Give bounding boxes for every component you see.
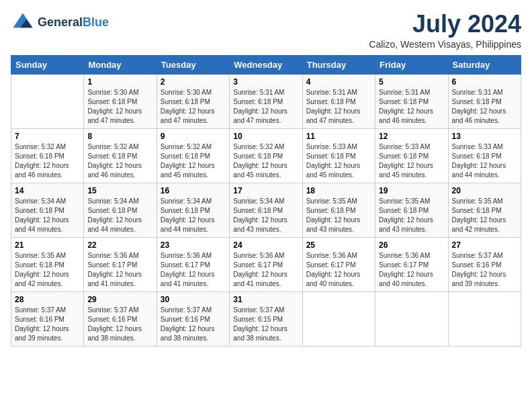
- day-number: 9: [161, 132, 226, 141]
- calendar-cell: 20Sunrise: 5:35 AM Sunset: 6:18 PM Dayli…: [448, 183, 521, 237]
- calendar-cell: 22Sunrise: 5:36 AM Sunset: 6:17 PM Dayli…: [84, 237, 157, 291]
- calendar-cell: 3Sunrise: 5:31 AM Sunset: 6:18 PM Daylig…: [230, 74, 302, 128]
- calendar-cell: 23Sunrise: 5:36 AM Sunset: 6:17 PM Dayli…: [157, 237, 229, 291]
- weekday-header-row: SundayMondayTuesdayWednesdayThursdayFrid…: [11, 55, 521, 74]
- week-row-2: 7Sunrise: 5:32 AM Sunset: 6:18 PM Daylig…: [11, 128, 521, 183]
- day-info: Sunrise: 5:36 AM Sunset: 6:17 PM Dayligh…: [306, 251, 371, 289]
- day-info: Sunrise: 5:31 AM Sunset: 6:18 PM Dayligh…: [306, 88, 371, 126]
- calendar-cell: 12Sunrise: 5:33 AM Sunset: 6:18 PM Dayli…: [375, 128, 448, 183]
- day-number: 27: [452, 240, 517, 250]
- week-row-1: 1Sunrise: 5:30 AM Sunset: 6:18 PM Daylig…: [11, 74, 521, 128]
- day-info: Sunrise: 5:36 AM Sunset: 6:17 PM Dayligh…: [379, 251, 444, 289]
- day-number: 24: [233, 240, 298, 250]
- calendar-cell: 1Sunrise: 5:30 AM Sunset: 6:18 PM Daylig…: [84, 74, 157, 128]
- day-number: 25: [306, 240, 371, 250]
- day-info: Sunrise: 5:32 AM Sunset: 6:18 PM Dayligh…: [233, 142, 298, 180]
- calendar-cell: 18Sunrise: 5:35 AM Sunset: 6:18 PM Dayli…: [302, 183, 375, 237]
- day-number: 7: [15, 132, 80, 141]
- calendar-cell: 26Sunrise: 5:36 AM Sunset: 6:17 PM Dayli…: [375, 237, 448, 291]
- day-number: 19: [379, 186, 444, 195]
- day-info: Sunrise: 5:34 AM Sunset: 6:18 PM Dayligh…: [87, 197, 152, 234]
- day-info: Sunrise: 5:36 AM Sunset: 6:17 PM Dayligh…: [161, 251, 226, 289]
- day-info: Sunrise: 5:34 AM Sunset: 6:18 PM Dayligh…: [161, 197, 226, 234]
- logo-icon: [11, 11, 35, 35]
- day-info: Sunrise: 5:35 AM Sunset: 6:18 PM Dayligh…: [15, 251, 80, 289]
- day-info: Sunrise: 5:37 AM Sunset: 6:15 PM Dayligh…: [233, 306, 298, 343]
- weekday-header-wednesday: Wednesday: [230, 55, 302, 74]
- calendar-cell: 9Sunrise: 5:32 AM Sunset: 6:18 PM Daylig…: [157, 128, 229, 183]
- day-number: 23: [161, 240, 226, 250]
- day-info: Sunrise: 5:36 AM Sunset: 6:17 PM Dayligh…: [233, 251, 298, 289]
- calendar-cell: 13Sunrise: 5:33 AM Sunset: 6:18 PM Dayli…: [448, 128, 521, 183]
- calendar-cell: 28Sunrise: 5:37 AM Sunset: 6:16 PM Dayli…: [11, 291, 84, 346]
- day-number: 4: [306, 77, 371, 87]
- day-number: 13: [452, 132, 517, 141]
- day-info: Sunrise: 5:30 AM Sunset: 6:18 PM Dayligh…: [161, 88, 226, 126]
- calendar-cell: 16Sunrise: 5:34 AM Sunset: 6:18 PM Dayli…: [157, 183, 229, 237]
- calendar-cell: 6Sunrise: 5:31 AM Sunset: 6:18 PM Daylig…: [448, 74, 521, 128]
- logo: GeneralBlue: [11, 11, 109, 35]
- day-info: Sunrise: 5:31 AM Sunset: 6:18 PM Dayligh…: [452, 88, 517, 126]
- day-info: Sunrise: 5:36 AM Sunset: 6:17 PM Dayligh…: [87, 251, 152, 289]
- day-number: 1: [87, 77, 152, 87]
- calendar-cell: 10Sunrise: 5:32 AM Sunset: 6:18 PM Dayli…: [230, 128, 302, 183]
- day-number: 16: [161, 186, 226, 195]
- week-row-3: 14Sunrise: 5:34 AM Sunset: 6:18 PM Dayli…: [11, 183, 521, 237]
- weekday-header-saturday: Saturday: [448, 55, 521, 74]
- day-info: Sunrise: 5:31 AM Sunset: 6:18 PM Dayligh…: [233, 88, 298, 126]
- week-row-5: 28Sunrise: 5:37 AM Sunset: 6:16 PM Dayli…: [11, 291, 521, 346]
- day-info: Sunrise: 5:34 AM Sunset: 6:18 PM Dayligh…: [233, 197, 298, 234]
- location-subtitle: Calizo, Western Visayas, Philippines: [369, 39, 521, 50]
- day-info: Sunrise: 5:37 AM Sunset: 6:16 PM Dayligh…: [452, 251, 517, 289]
- weekday-header-sunday: Sunday: [11, 55, 84, 74]
- day-number: 8: [87, 132, 152, 141]
- day-info: Sunrise: 5:33 AM Sunset: 6:18 PM Dayligh…: [306, 142, 371, 180]
- calendar-cell: 2Sunrise: 5:30 AM Sunset: 6:18 PM Daylig…: [157, 74, 229, 128]
- calendar-cell: 25Sunrise: 5:36 AM Sunset: 6:17 PM Dayli…: [302, 237, 375, 291]
- day-number: 26: [379, 240, 444, 250]
- calendar-cell: 15Sunrise: 5:34 AM Sunset: 6:18 PM Dayli…: [84, 183, 157, 237]
- calendar-cell: 5Sunrise: 5:31 AM Sunset: 6:18 PM Daylig…: [375, 74, 448, 128]
- calendar-cell: 8Sunrise: 5:32 AM Sunset: 6:18 PM Daylig…: [84, 128, 157, 183]
- weekday-header-monday: Monday: [84, 55, 157, 74]
- day-info: Sunrise: 5:34 AM Sunset: 6:18 PM Dayligh…: [15, 197, 80, 234]
- day-number: 3: [233, 77, 298, 87]
- day-info: Sunrise: 5:35 AM Sunset: 6:18 PM Dayligh…: [306, 197, 371, 234]
- day-number: 29: [87, 295, 152, 304]
- calendar-cell: 24Sunrise: 5:36 AM Sunset: 6:17 PM Dayli…: [230, 237, 302, 291]
- logo-text-line1: GeneralBlue: [38, 16, 109, 30]
- day-info: Sunrise: 5:37 AM Sunset: 6:16 PM Dayligh…: [161, 306, 226, 343]
- calendar-cell: 17Sunrise: 5:34 AM Sunset: 6:18 PM Dayli…: [230, 183, 302, 237]
- day-number: 18: [306, 186, 371, 195]
- day-number: 5: [379, 77, 444, 87]
- calendar-cell: 31Sunrise: 5:37 AM Sunset: 6:15 PM Dayli…: [230, 291, 302, 346]
- calendar-cell: 19Sunrise: 5:35 AM Sunset: 6:18 PM Dayli…: [375, 183, 448, 237]
- month-title: July 2024: [369, 11, 521, 38]
- calendar-cell: 30Sunrise: 5:37 AM Sunset: 6:16 PM Dayli…: [157, 291, 229, 346]
- day-number: 12: [379, 132, 444, 141]
- week-row-4: 21Sunrise: 5:35 AM Sunset: 6:18 PM Dayli…: [11, 237, 521, 291]
- day-info: Sunrise: 5:32 AM Sunset: 6:18 PM Dayligh…: [87, 142, 152, 180]
- day-number: 30: [161, 295, 226, 304]
- calendar-cell: 11Sunrise: 5:33 AM Sunset: 6:18 PM Dayli…: [302, 128, 375, 183]
- day-number: 2: [161, 77, 226, 87]
- page-header: GeneralBlue July 2024 Calizo, Western Vi…: [11, 11, 521, 50]
- day-number: 14: [15, 186, 80, 195]
- day-info: Sunrise: 5:35 AM Sunset: 6:18 PM Dayligh…: [379, 197, 444, 234]
- day-number: 22: [87, 240, 152, 250]
- day-info: Sunrise: 5:37 AM Sunset: 6:16 PM Dayligh…: [15, 306, 80, 343]
- day-number: 28: [15, 295, 80, 304]
- day-info: Sunrise: 5:31 AM Sunset: 6:18 PM Dayligh…: [379, 88, 444, 126]
- calendar-cell: 7Sunrise: 5:32 AM Sunset: 6:18 PM Daylig…: [11, 128, 84, 183]
- day-info: Sunrise: 5:33 AM Sunset: 6:18 PM Dayligh…: [452, 142, 517, 180]
- weekday-header-thursday: Thursday: [302, 55, 375, 74]
- calendar-cell: 21Sunrise: 5:35 AM Sunset: 6:18 PM Dayli…: [11, 237, 84, 291]
- weekday-header-tuesday: Tuesday: [157, 55, 229, 74]
- calendar-cell: [448, 291, 521, 346]
- day-number: 10: [233, 132, 298, 141]
- day-info: Sunrise: 5:33 AM Sunset: 6:18 PM Dayligh…: [379, 142, 444, 180]
- day-info: Sunrise: 5:35 AM Sunset: 6:18 PM Dayligh…: [452, 197, 517, 234]
- calendar-cell: 29Sunrise: 5:37 AM Sunset: 6:16 PM Dayli…: [84, 291, 157, 346]
- day-info: Sunrise: 5:37 AM Sunset: 6:16 PM Dayligh…: [87, 306, 152, 343]
- day-number: 20: [452, 186, 517, 195]
